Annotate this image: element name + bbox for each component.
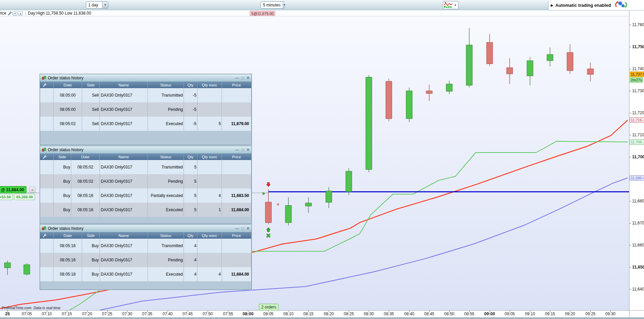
column-header-qty[interactable]: Qty (184, 232, 197, 239)
close-icon[interactable]: ✕ (246, 148, 250, 152)
maximize-icon[interactable]: □ (242, 76, 244, 80)
table-row[interactable]: 08:05:18BuyDAX30 Only0317Executed4411,68… (40, 267, 251, 281)
column-header-qty[interactable]: Qty (184, 82, 197, 88)
time-label: 09:00 (484, 312, 495, 316)
automatic-trading-gears-icon[interactable] (614, 0, 627, 10)
cell-qty: -5 (184, 88, 197, 102)
wrench-icon[interactable] (40, 82, 54, 88)
order-status-history-window[interactable]: Order status history — □ ✕ DateSideNameS… (40, 74, 252, 145)
column-header-name[interactable]: Name (100, 154, 148, 160)
cell-qty: 5 (184, 160, 197, 174)
cell-price: 11,684.00 (222, 203, 251, 217)
table-row[interactable]: 08:05:16BuyDAX30 Only0317Pending4 (40, 253, 251, 267)
price-tick (629, 223, 631, 223)
column-header-side[interactable]: Side (82, 82, 100, 88)
table-row[interactable]: 08:05:00SellDAX30 Only0317Transmitted-5 (40, 88, 251, 102)
table-row[interactable]: Buy08:05:02DAX30 Only0317Transmitted5 (40, 160, 251, 174)
order-status-history-window[interactable]: Order status history — □ ✕ DateSideNameS… (40, 224, 252, 290)
move-down-button[interactable]: ▼ (13, 11, 17, 16)
column-header-qty[interactable]: Qty (184, 154, 197, 160)
column-header-date[interactable]: Date (71, 154, 100, 160)
chart-style-button[interactable]: ▼ (443, 1, 458, 9)
timeframe-value: 5 minutes (261, 3, 283, 7)
close-icon[interactable]: ✕ (246, 227, 250, 230)
chevron-down-icon[interactable]: ▼ (283, 2, 286, 8)
maximize-icon[interactable]: □ (242, 148, 244, 152)
window-titlebar[interactable]: Order status history — □ ✕ (40, 225, 251, 232)
maximize-icon[interactable]: □ (242, 227, 244, 230)
cell-date: 08:05:16 (54, 239, 82, 253)
window-empty-area (40, 131, 251, 145)
cell-name: DAX30 Only0317 (100, 88, 148, 102)
execution-price-badge[interactable]: 5@11,679.00 (250, 11, 275, 16)
column-header-status[interactable]: Status (148, 232, 184, 239)
orders-count-badge[interactable]: 2 orders (259, 304, 279, 311)
position-close-button[interactable]: × (30, 187, 35, 193)
column-header-name[interactable]: Name (100, 82, 148, 88)
cell-side: Sell (82, 117, 100, 131)
column-header-status[interactable]: Status (148, 82, 184, 88)
cell-status: Executed (148, 267, 184, 281)
cell-name: DAX30 Only0317 (100, 160, 148, 174)
candlestick-icon (42, 76, 46, 80)
column-header-side[interactable]: Side (82, 232, 100, 239)
chevron-down-icon[interactable]: ▼ (453, 4, 457, 7)
table-row[interactable]: Buy08:05:16DAX30 Only0317Executed5111,68… (40, 203, 251, 217)
wrench-icon[interactable] (40, 232, 54, 239)
time-label: 25 (5, 312, 10, 316)
table-row[interactable]: 08:05:00SellDAX30 Only0317Pending-5 (40, 102, 251, 117)
column-header-date[interactable]: Date (54, 232, 82, 239)
time-label: 07:15 (62, 312, 72, 316)
column-header-price[interactable]: Price (222, 154, 251, 160)
price-axis[interactable]: 11,76011,75011,74011,73011,72011,71011,7… (629, 11, 644, 310)
cell-price: 11,679.00 (222, 117, 251, 131)
column-header-name[interactable]: Name (100, 232, 148, 239)
column-header-qty_exec[interactable]: Qty exec (197, 82, 222, 88)
column-header-status[interactable]: Status (148, 154, 184, 160)
column-header-date[interactable]: Date (54, 82, 82, 88)
row-tool-cell (40, 102, 54, 117)
time-label: 08:30 (364, 312, 374, 316)
time-label: 08:55 (464, 312, 474, 316)
cell-name: DAX30 Only0317 (100, 253, 148, 267)
table-row[interactable]: 08:05:16BuyDAX30 Only0317Transmitted4 (40, 239, 251, 253)
cell-status: Executed (148, 117, 184, 131)
automatic-trading-label: Automatic trading enabled (555, 3, 611, 8)
time-label: 07:20 (82, 312, 92, 316)
time-axis[interactable]: 2507:0507:1007:1507:2007:2507:3007:3507:… (0, 310, 629, 317)
wrench-icon[interactable] (40, 154, 54, 160)
column-header-price[interactable]: Price (222, 232, 251, 239)
timeframe-select[interactable]: 5 minutes ▼ (261, 1, 285, 8)
cell-qty: 5 (184, 188, 197, 203)
minimize-icon[interactable]: — (235, 148, 239, 152)
history-depth-select[interactable]: 1 day ▼ (86, 1, 108, 8)
table-row[interactable]: Buy08:05:16DAX30 Only0317Partially execu… (40, 188, 251, 203)
cell-name: DAX30 Only0317 (100, 117, 148, 131)
main-toolbar: 1 day ▼ 5 minutes ▼ ▼ ▶ Automatic tr (0, 0, 644, 10)
table-row[interactable]: 08:05:02SellDAX30 Only0317Executed-5511,… (40, 117, 251, 131)
minimize-icon[interactable]: — (235, 76, 239, 80)
collapse-arrow-icon[interactable]: ▶ (549, 3, 555, 7)
minimize-icon[interactable]: — (235, 227, 239, 230)
cell-side: Buy (54, 174, 71, 188)
order-status-history-window[interactable]: Order status history — □ ✕ SideDateNameS… (40, 146, 252, 224)
window-titlebar[interactable]: Order status history — □ ✕ (40, 146, 251, 154)
row-tool-cell (40, 253, 54, 267)
cell-qty_exec (197, 88, 222, 102)
column-header-price[interactable]: Price (222, 82, 251, 88)
column-header-side[interactable]: Side (54, 154, 71, 160)
time-label: 08:50 (444, 312, 454, 316)
column-header-qty_exec[interactable]: Qty exec (197, 232, 222, 239)
column-header-qty_exec[interactable]: Qty exec (197, 154, 222, 160)
window-titlebar[interactable]: Order status history — □ ✕ (40, 74, 251, 82)
table-row[interactable]: Buy08:05:02DAX30 Only0317Pending5 (40, 174, 251, 188)
position-entry-badge[interactable]: 5 @ 11,684.00 (0, 186, 26, 193)
pnl-euro-badge: €5,350.00 (14, 194, 35, 200)
time-label: 07:55 (223, 312, 233, 316)
move-up-button[interactable]: ▲ (18, 11, 23, 16)
wrench-icon[interactable] (7, 11, 12, 16)
close-icon[interactable]: ✕ (246, 76, 250, 80)
time-label: 09:05 (505, 312, 515, 316)
price-tick (629, 157, 631, 157)
chevron-down-icon[interactable]: ▼ (102, 2, 108, 8)
